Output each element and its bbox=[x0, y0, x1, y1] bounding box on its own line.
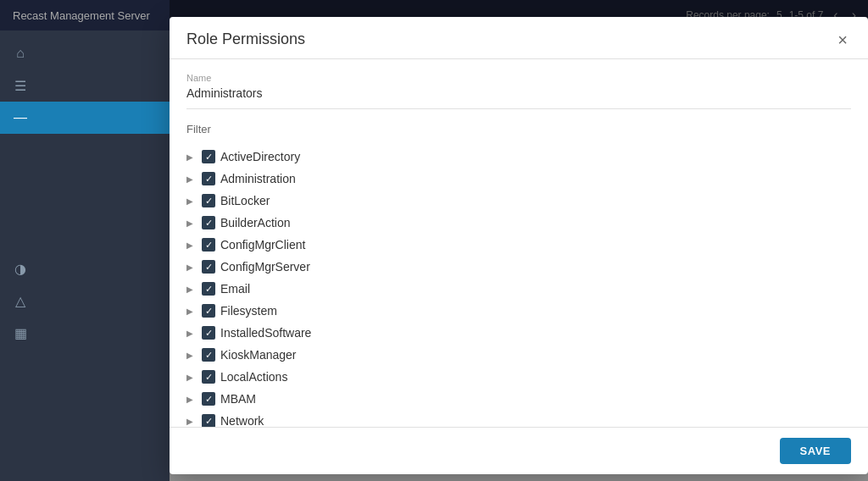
expand-arrow-icon[interactable]: ▶ bbox=[186, 263, 197, 272]
permission-name: KioskManager bbox=[220, 348, 297, 362]
check-icon: ✓ bbox=[205, 307, 213, 316]
sidebar-item-active[interactable]: — bbox=[0, 102, 170, 134]
expand-arrow-icon[interactable]: ▶ bbox=[186, 174, 197, 184]
permission-name: MBAM bbox=[220, 392, 256, 406]
sidebar-nav: ⌂ ☰ — ◑ △ ▦ bbox=[0, 30, 170, 356]
check-icon: ✓ bbox=[205, 351, 213, 360]
permission-checkbox[interactable]: ✓ bbox=[202, 348, 215, 362]
sidebar-item-home[interactable]: ⌂ bbox=[0, 37, 170, 69]
permission-checkbox[interactable]: ✓ bbox=[202, 392, 215, 406]
modal-footer: SAVE bbox=[170, 427, 868, 474]
name-field: Name Administrators bbox=[186, 73, 851, 109]
check-icon: ✓ bbox=[205, 240, 213, 250]
check-icon: ✓ bbox=[205, 329, 213, 338]
permission-name: BuilderAction bbox=[220, 216, 291, 229]
permission-item: ▶ ✓ MBAM bbox=[186, 388, 851, 410]
permission-item: ▶ ✓ Email bbox=[186, 278, 851, 300]
permission-item: ▶ ✓ KioskManager bbox=[186, 344, 851, 366]
permission-name: ActiveDirectory bbox=[220, 150, 300, 163]
docs-icon: ▦ bbox=[13, 325, 28, 340]
sidebar-item-alert[interactable]: △ bbox=[0, 285, 170, 317]
permission-item: ▶ ✓ LocalActions bbox=[186, 366, 851, 388]
permission-name: Administration bbox=[220, 172, 296, 185]
expand-arrow-icon[interactable]: ▶ bbox=[186, 152, 197, 162]
expand-arrow-icon[interactable]: ▶ bbox=[186, 329, 197, 338]
permission-name: ConfigMgrServer bbox=[220, 260, 310, 274]
permission-name: BitLocker bbox=[220, 194, 270, 207]
permission-item: ▶ ✓ BuilderAction bbox=[186, 212, 851, 234]
permission-checkbox[interactable]: ✓ bbox=[202, 194, 215, 207]
expand-arrow-icon[interactable]: ▶ bbox=[186, 240, 197, 250]
filter-label: Filter bbox=[186, 123, 851, 135]
alert-icon: △ bbox=[13, 293, 28, 308]
check-icon: ✓ bbox=[205, 263, 213, 272]
check-icon: ✓ bbox=[205, 417, 213, 426]
check-icon: ✓ bbox=[205, 152, 213, 162]
permission-item: ▶ ✓ Filesystem bbox=[186, 300, 851, 322]
permission-checkbox[interactable]: ✓ bbox=[202, 304, 215, 318]
check-icon: ✓ bbox=[205, 218, 213, 228]
permission-checkbox[interactable]: ✓ bbox=[202, 326, 215, 340]
expand-arrow-icon[interactable]: ▶ bbox=[186, 395, 197, 404]
modal-overlay: Role Permissions × Name Administrators F… bbox=[170, 0, 868, 481]
home-icon: ⌂ bbox=[13, 46, 28, 61]
permission-checkbox[interactable]: ✓ bbox=[202, 282, 215, 296]
name-label: Name bbox=[186, 73, 851, 83]
active-icon: — bbox=[13, 110, 28, 125]
modal-body: Name Administrators Filter ▶ ✓ ActiveDir… bbox=[170, 59, 868, 427]
name-value: Administrators bbox=[186, 86, 851, 109]
permission-item: ▶ ✓ InstalledSoftware bbox=[186, 322, 851, 344]
check-icon: ✓ bbox=[205, 174, 213, 184]
check-icon: ✓ bbox=[205, 373, 213, 382]
check-icon: ✓ bbox=[205, 395, 213, 404]
sidebar-item-docs[interactable]: ▦ bbox=[0, 317, 170, 349]
check-icon: ✓ bbox=[205, 196, 213, 206]
permission-item: ▶ ✓ ConfigMgrClient bbox=[186, 234, 851, 256]
permission-checkbox[interactable]: ✓ bbox=[202, 414, 215, 427]
permission-checkbox[interactable]: ✓ bbox=[202, 238, 215, 252]
permission-name: Email bbox=[220, 282, 250, 296]
modal-dialog: Role Permissions × Name Administrators F… bbox=[170, 17, 868, 474]
permission-name: InstalledSoftware bbox=[220, 326, 311, 340]
chart-icon: ◑ bbox=[13, 261, 28, 276]
permission-item: ▶ ✓ Administration bbox=[186, 168, 851, 190]
sidebar-header: Recast Management Server bbox=[0, 0, 170, 30]
expand-arrow-icon[interactable]: ▶ bbox=[186, 417, 197, 426]
permission-checkbox[interactable]: ✓ bbox=[202, 370, 215, 384]
sidebar-item-chart[interactable]: ◑ bbox=[0, 252, 170, 285]
menu-icon: ☰ bbox=[13, 78, 28, 93]
app-title: Recast Management Server bbox=[13, 9, 150, 22]
permission-checkbox[interactable]: ✓ bbox=[202, 172, 215, 185]
expand-arrow-icon[interactable]: ▶ bbox=[186, 218, 197, 228]
permission-name: LocalActions bbox=[220, 370, 287, 384]
permission-checkbox[interactable]: ✓ bbox=[202, 216, 215, 229]
modal-header: Role Permissions × bbox=[170, 17, 868, 59]
permission-item: ▶ ✓ BitLocker bbox=[186, 190, 851, 212]
expand-arrow-icon[interactable]: ▶ bbox=[186, 196, 197, 206]
permissions-list: ▶ ✓ ActiveDirectory ▶ ✓ Administration ▶… bbox=[186, 146, 851, 427]
expand-arrow-icon[interactable]: ▶ bbox=[186, 307, 197, 316]
expand-arrow-icon[interactable]: ▶ bbox=[186, 351, 197, 360]
expand-arrow-icon[interactable]: ▶ bbox=[186, 285, 197, 294]
expand-arrow-icon[interactable]: ▶ bbox=[186, 373, 197, 382]
permission-name: Filesystem bbox=[220, 304, 277, 318]
modal-title: Role Permissions bbox=[186, 30, 305, 48]
permission-item: ▶ ✓ Network bbox=[186, 410, 851, 427]
save-button[interactable]: SAVE bbox=[780, 438, 851, 464]
permission-checkbox[interactable]: ✓ bbox=[202, 260, 215, 274]
permission-item: ▶ ✓ ConfigMgrServer bbox=[186, 256, 851, 278]
check-icon: ✓ bbox=[205, 285, 213, 294]
permission-name: ConfigMgrClient bbox=[220, 238, 305, 252]
sidebar: Recast Management Server ⌂ ☰ — ◑ △ ▦ bbox=[0, 0, 170, 481]
sidebar-item-menu[interactable]: ☰ bbox=[0, 69, 170, 102]
permission-item: ▶ ✓ ActiveDirectory bbox=[186, 146, 851, 168]
permission-checkbox[interactable]: ✓ bbox=[202, 150, 215, 163]
modal-close-button[interactable]: × bbox=[834, 31, 851, 48]
main-content: Records per page: 5 1-5 of 7 ‹ › Role Pe… bbox=[170, 0, 868, 481]
permission-name: Network bbox=[220, 414, 264, 427]
